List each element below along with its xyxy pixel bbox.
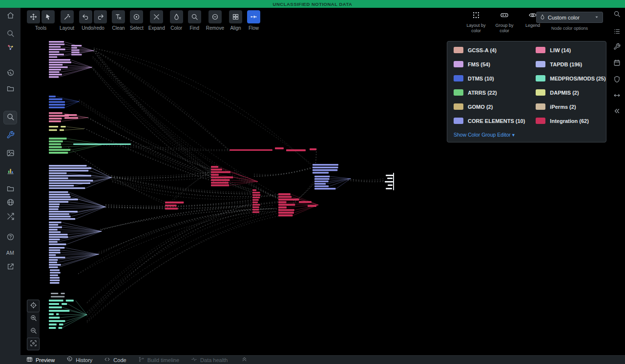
remove-remove-button[interactable] [208, 10, 222, 23]
fit-view-button[interactable] [27, 338, 40, 350]
rail-resize-button[interactable] [611, 90, 623, 102]
expand-expand-button[interactable] [150, 10, 163, 23]
legend-item-iperms[interactable]: iPerms (2) [536, 103, 605, 110]
color-swatch [536, 47, 545, 53]
node-color-dropdown-label: Custom color [548, 15, 580, 20]
group-by-color-button[interactable]: Group by color [493, 11, 516, 34]
color-swatch [454, 118, 463, 124]
sidebar-item-history[interactable] [3, 67, 17, 81]
align-align-button[interactable] [229, 10, 242, 23]
sidebar-item-search[interactable] [3, 27, 17, 41]
rail-collapse-panel-button[interactable] [611, 106, 623, 118]
legend-item-atrrs[interactable]: ATRRS (22) [454, 89, 525, 96]
sidebar-item-help[interactable] [3, 231, 17, 244]
toolbar-buttons [27, 10, 55, 23]
zoom-in-button[interactable] [27, 312, 40, 325]
toolbar-group-select: Select [130, 10, 144, 31]
sidebar-item-files[interactable] [3, 182, 17, 196]
legend-item-core-elements[interactable]: CORE ELEMENTS (10) [454, 118, 525, 124]
legend-item-integration[interactable]: Integration (62) [536, 118, 605, 124]
legend-label: DAPMIS (2) [550, 90, 579, 96]
bottombar-tab-preview[interactable]: Preview [26, 356, 55, 364]
rail-search-button[interactable] [611, 9, 623, 20]
rail-shield-button[interactable] [611, 74, 623, 86]
node-color-dropdown[interactable]: Custom color [536, 12, 603, 23]
find-search-button[interactable] [188, 10, 201, 23]
globe-icon [6, 198, 15, 208]
rail-list-button[interactable] [611, 26, 623, 38]
legend-item-liw[interactable]: LIW (14) [536, 47, 605, 53]
sidebar-item-open-app[interactable] [3, 261, 17, 274]
node-color-options-caption: Node color options [536, 26, 603, 31]
sidebar-item-projects[interactable] [3, 82, 17, 96]
layout-by-color-button[interactable]: Layout by color [465, 11, 487, 34]
toolbar-group-flow: Flow [247, 10, 260, 31]
undo-redo-undo-button[interactable] [79, 10, 92, 23]
bottombar-tab-build-timeline[interactable]: Build timeline [138, 356, 179, 364]
legend-item-fms[interactable]: FMS (54) [454, 61, 525, 67]
toolbar-label-color: Color [170, 25, 182, 31]
group-pill-icon [500, 11, 509, 21]
color-swatch [454, 47, 463, 53]
table-icon [26, 356, 33, 364]
flow-flow-button[interactable] [247, 10, 260, 23]
home-icon [6, 11, 15, 21]
color-swatch [454, 89, 463, 96]
legend-label: Integration (62) [550, 118, 588, 124]
show-color-group-editor-link[interactable]: Show Color Group Editor ▾ [454, 132, 600, 138]
toolbar-buttons [229, 10, 242, 23]
right-controls: Layout by color Group by color Legend [465, 11, 544, 34]
color-swatch [536, 61, 545, 67]
bottombar-label: History [76, 357, 92, 363]
toolbar-group-layout: Layout [60, 10, 74, 31]
toolbar-buttons [79, 10, 107, 23]
sidebar-item-data-network[interactable] [3, 41, 17, 55]
color-swatch [536, 89, 545, 96]
legend-item-medpros-mods[interactable]: MEDPROS/MODS (25) [536, 75, 605, 81]
legend-label: GCSS-A (4) [468, 47, 497, 53]
rail-calendar-button[interactable] [611, 58, 623, 69]
chart-icon [6, 167, 15, 177]
user-avatar[interactable]: AM [3, 246, 17, 260]
toolbar-group-remove: Remove [206, 10, 224, 31]
toolbar-buttons [208, 10, 222, 23]
center-target-button[interactable] [27, 300, 40, 312]
zoom-out-button[interactable] [27, 325, 40, 338]
select-select-button[interactable] [130, 10, 143, 23]
sidebar-item-inspect[interactable] [3, 111, 17, 124]
legend-panel: GCSS-A (4) FMS (54) DTMS (10) ATRRS (22)… [447, 41, 606, 142]
sidebar-item-home[interactable] [3, 9, 17, 23]
toolbar-label-find: Find [190, 25, 199, 31]
legend-item-tapdb[interactable]: TAPDB (196) [536, 61, 605, 67]
search-icon [6, 29, 15, 40]
legend-column-1: GCSS-A (4) FMS (54) DTMS (10) ATRRS (22)… [454, 47, 525, 132]
legend-item-dtms[interactable]: DTMS (10) [454, 75, 525, 81]
legend-item-gcss-a[interactable]: GCSS-A (4) [454, 47, 525, 53]
rail-tools-button[interactable] [611, 41, 623, 53]
classification-banner: UNCLASSIFIED NOTIONAL DATA [0, 0, 625, 8]
sidebar-item-images[interactable] [3, 147, 17, 161]
clean-clean-button[interactable] [112, 10, 125, 23]
undo-redo-redo-button[interactable] [94, 10, 107, 23]
legend-label: ATRRS (22) [468, 90, 497, 96]
layout-wand-button[interactable] [61, 10, 74, 23]
tools-move-button[interactable] [27, 10, 40, 23]
toolbar-buttons [170, 10, 183, 23]
sidebar-item-build-tools[interactable] [3, 129, 17, 142]
bottombar-tab-history[interactable]: History [66, 356, 92, 364]
legend-label: FMS (54) [468, 61, 490, 67]
tools-cursor-button[interactable] [42, 10, 55, 23]
shield-icon [613, 76, 621, 85]
legend-column-2: LIW (14) TAPDB (196) MEDPROS/MODS (25) D… [536, 47, 605, 132]
collapse-bottombar-button[interactable] [241, 356, 248, 364]
sidebar-item-globe[interactable] [3, 196, 17, 210]
bottombar-tab-data-health[interactable]: Data health [191, 356, 228, 364]
sidebar-item-shuffle[interactable] [3, 210, 17, 224]
bottombar-tab-code[interactable]: Code [104, 356, 126, 364]
sidebar-item-charts[interactable] [3, 165, 17, 179]
color-swatch [454, 61, 463, 67]
color-droplet-button[interactable] [170, 10, 183, 23]
legend-item-dapmis[interactable]: DAPMIS (2) [536, 89, 605, 96]
target-icon [30, 302, 37, 311]
legend-item-gomo[interactable]: GOMO (2) [454, 103, 525, 110]
